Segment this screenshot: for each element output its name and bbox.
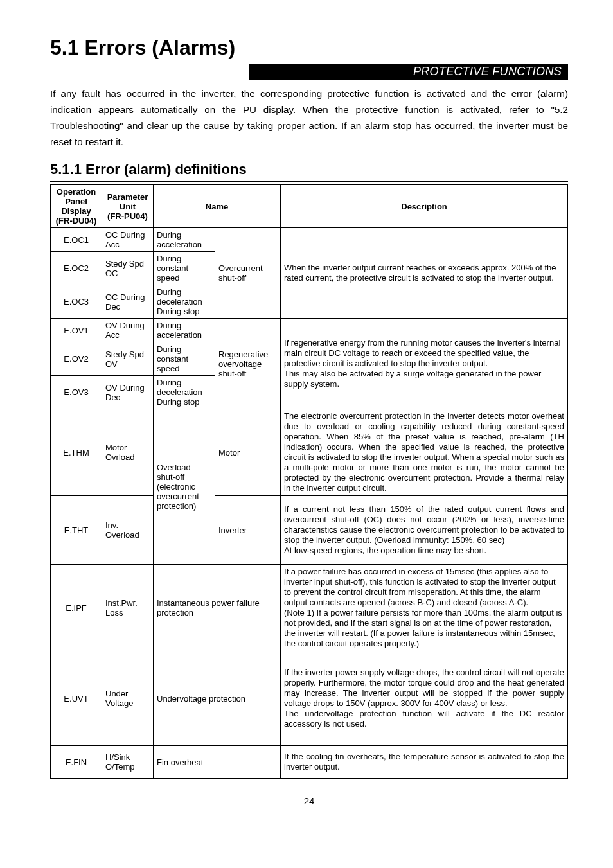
page-number: 24	[50, 795, 568, 806]
cell-phase: During acceleration	[154, 319, 215, 342]
banner-text: PROTECTIVE FUNCTIONS	[413, 64, 562, 80]
cell-op: E.OC2	[51, 252, 102, 285]
divider	[50, 80, 568, 80]
cell-name-group: Overcurrent shut-off	[215, 228, 281, 319]
table-row: E.THT Inv. Overload Inverter If a curren…	[51, 496, 568, 565]
cell-desc: If regenerative energy from the running …	[281, 319, 568, 409]
cell-pu: Inv. Overload	[102, 496, 154, 565]
cell-desc: If a current not less than 150% of the r…	[281, 496, 568, 565]
cell-pu: OC During Dec	[102, 285, 154, 319]
cell-pu: Motor Ovrload	[102, 409, 154, 496]
cell-pu: Under Voltage	[102, 651, 154, 746]
cell-phase: During acceleration	[154, 228, 215, 252]
cell-op: E.UVT	[51, 651, 102, 746]
col-op: Operation Panel Display (FR-DU04)	[51, 185, 102, 228]
cell-name: Instantaneous power failure protection	[154, 565, 281, 651]
cell-op: E.THT	[51, 496, 102, 565]
cell-phase: During deceleration During stop	[154, 285, 215, 319]
cell-op: E.OV3	[51, 376, 102, 409]
error-definitions-table: Operation Panel Display (FR-DU04) Parame…	[50, 184, 568, 779]
table-row: E.IPF Inst.Pwr. Loss Instantaneous power…	[51, 565, 568, 651]
col-pu: Parameter Unit (FR-PU04)	[102, 185, 154, 228]
subsection-title: 5.1.1 Error (alarm) definitions	[50, 161, 568, 178]
cell-op: E.FIN	[51, 746, 102, 779]
cell-desc: If the cooling fin overheats, the temper…	[281, 746, 568, 779]
table-row: E.FIN H/Sink O/Temp Fin overheat If the …	[51, 746, 568, 779]
cell-pu: OC During Acc	[102, 228, 154, 252]
table-row: E.OV1 OV During Acc During acceleration …	[51, 319, 568, 342]
cell-pu: Stedy Spd OV	[102, 342, 154, 376]
cell-op: E.THM	[51, 409, 102, 496]
divider	[50, 181, 568, 182]
cell-name: Undervoltage protection	[154, 651, 281, 746]
cell-name-group: Overload shut-off (electronic overcurren…	[154, 409, 215, 565]
col-desc: Description	[281, 185, 568, 228]
table-row: E.THM Motor Ovrload Overload shut-off (e…	[51, 409, 568, 496]
table-row: E.UVT Under Voltage Undervoltage protect…	[51, 651, 568, 746]
cell-pu: OV During Acc	[102, 319, 154, 342]
cell-desc: The electronic overcurrent protection in…	[281, 409, 568, 496]
banner: PROTECTIVE FUNCTIONS	[249, 64, 568, 80]
cell-op: E.OC1	[51, 228, 102, 252]
cell-op: E.OC3	[51, 285, 102, 319]
cell-phase: During constant speed	[154, 342, 215, 376]
cell-phase: During constant speed	[154, 252, 215, 285]
cell-pu: Inst.Pwr. Loss	[102, 565, 154, 651]
cell-pu: H/Sink O/Temp	[102, 746, 154, 779]
table-header-row: Operation Panel Display (FR-DU04) Parame…	[51, 185, 568, 228]
cell-phase: Motor	[215, 409, 281, 496]
cell-phase: Inverter	[215, 496, 281, 565]
cell-op: E.IPF	[51, 565, 102, 651]
cell-desc: If the inverter power supply voltage dro…	[281, 651, 568, 746]
cell-desc: When the inverter output current reaches…	[281, 228, 568, 319]
cell-pu: OV During Dec	[102, 376, 154, 409]
col-name: Name	[154, 185, 281, 228]
cell-desc: If a power failure has occurred in exces…	[281, 565, 568, 651]
cell-pu: Stedy Spd OC	[102, 252, 154, 285]
cell-phase: During deceleration During stop	[154, 376, 215, 409]
table-row: E.OC1 OC During Acc During acceleration …	[51, 228, 568, 252]
intro-paragraph: If any fault has occurred in the inverte…	[50, 85, 568, 150]
section-title: 5.1 Errors (Alarms)	[50, 36, 568, 60]
cell-name: Fin overheat	[154, 746, 281, 779]
cell-op: E.OV2	[51, 342, 102, 376]
cell-op: E.OV1	[51, 319, 102, 342]
cell-name-group: Regenerative overvoltage shut-off	[215, 319, 281, 409]
